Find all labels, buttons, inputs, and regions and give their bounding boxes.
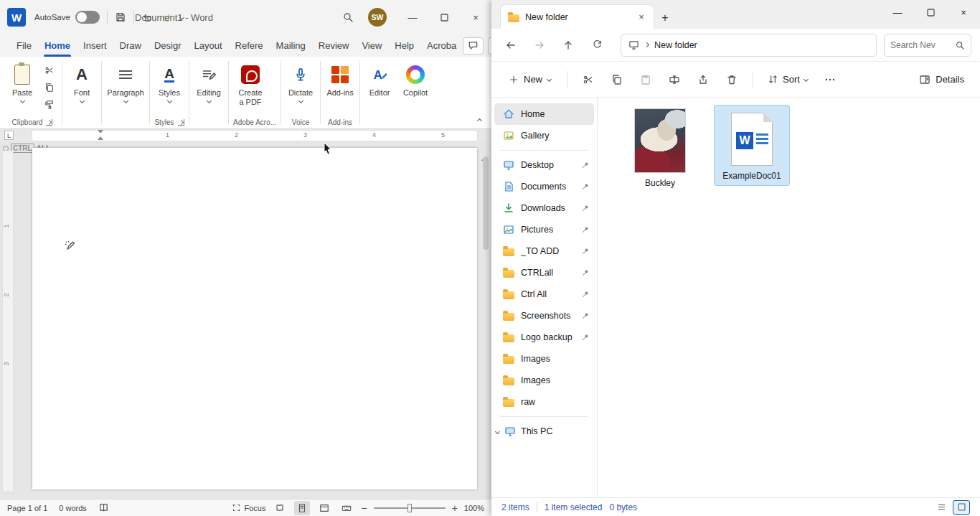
explorer-tab[interactable]: New folder × <box>500 4 654 29</box>
minimize-button[interactable]: — <box>397 0 428 34</box>
document-area[interactable]: CTRL ALL 1 2 3 <box>0 142 491 499</box>
dictate-button[interactable]: Dictate <box>283 60 319 103</box>
new-tab-button[interactable]: + <box>654 7 676 29</box>
close-button[interactable]: × <box>460 0 491 34</box>
word-scrollbar[interactable] <box>481 145 490 496</box>
word-count[interactable]: 0 words <box>59 504 87 512</box>
format-painter-button[interactable] <box>42 98 57 112</box>
sidebar-item-this-pc[interactable]: This PC <box>494 421 594 442</box>
quick-access-chevron-icon[interactable] <box>179 14 184 19</box>
search-input[interactable] <box>890 40 952 50</box>
zoom-in-button[interactable]: + <box>452 502 458 514</box>
page-indicator[interactable]: Page 1 of 1 <box>7 504 47 512</box>
tab-references[interactable]: Refere <box>229 34 270 57</box>
zoom-level[interactable]: 100% <box>464 504 484 512</box>
comments-button[interactable] <box>463 37 484 55</box>
proofing-icon[interactable] <box>98 502 109 513</box>
sidebar-item-folder[interactable]: Images <box>494 370 594 391</box>
account-avatar[interactable]: SW <box>368 8 387 27</box>
maximize-button[interactable] <box>914 0 947 24</box>
read-mode-button[interactable] <box>272 501 288 515</box>
search-box[interactable] <box>884 34 971 57</box>
indent-marker[interactable] <box>98 130 103 140</box>
web-layout-button[interactable] <box>316 501 332 515</box>
tab-design[interactable]: Desigr <box>148 34 188 57</box>
font-button[interactable]: A Font <box>64 60 100 103</box>
redo-button[interactable] <box>157 7 177 27</box>
paste-button[interactable] <box>633 68 658 91</box>
dialog-launcher-icon[interactable] <box>178 119 184 126</box>
address-bar[interactable]: New folder <box>621 34 877 57</box>
delete-button[interactable] <box>720 68 744 91</box>
search-button[interactable] <box>338 7 358 27</box>
focus-button[interactable]: Focus <box>232 503 266 512</box>
tab-selector[interactable]: L <box>4 131 14 140</box>
editor-button[interactable]: A Editor <box>362 60 397 98</box>
close-button[interactable]: × <box>947 0 980 24</box>
tab-file[interactable]: File <box>10 34 38 57</box>
zoom-slider[interactable] <box>374 507 446 509</box>
undo-button[interactable] <box>137 7 157 27</box>
paste-button[interactable]: Paste <box>4 60 40 103</box>
tab-help[interactable]: Help <box>388 34 420 57</box>
large-icons-view-button[interactable] <box>953 500 970 515</box>
sidebar-item-folder[interactable]: _TO ADD <box>494 240 594 262</box>
autosave-toggle[interactable] <box>75 11 100 24</box>
tab-acrobat[interactable]: Acroba <box>420 34 463 57</box>
paragraph-button[interactable]: Paragraph <box>103 60 148 103</box>
sidebar-item-home[interactable]: Home <box>494 103 594 125</box>
tab-insert[interactable]: Insert <box>77 34 113 57</box>
sidebar-item-downloads[interactable]: Downloads <box>494 197 594 219</box>
cut-button[interactable] <box>42 63 57 78</box>
cut-button[interactable] <box>576 68 600 91</box>
tab-layout[interactable]: Layout <box>188 34 229 57</box>
expand-chevron-icon[interactable] <box>495 428 500 433</box>
document-page[interactable] <box>32 148 477 489</box>
sidebar-item-folder[interactable]: Screenshots <box>494 305 594 327</box>
sidebar-item-gallery[interactable]: Gallery <box>494 125 594 146</box>
addins-button[interactable]: Add-ins <box>322 60 358 98</box>
vertical-ruler[interactable]: 1 2 3 <box>3 151 13 492</box>
details-pane-button[interactable]: Details <box>913 70 970 90</box>
sidebar-item-folder[interactable]: raw <box>494 391 594 413</box>
zoom-out-button[interactable]: − <box>361 502 367 514</box>
sidebar-item-folder[interactable]: Images <box>494 348 594 370</box>
file-item-exampledoc01[interactable]: W ExampleDoc01 <box>714 105 790 186</box>
minimize-button[interactable]: — <box>881 0 914 24</box>
print-layout-button[interactable] <box>294 501 310 515</box>
zoom-slider-thumb[interactable] <box>407 504 412 512</box>
styles-button[interactable]: A Styles <box>151 60 187 103</box>
file-item-buckley[interactable]: Buckley <box>622 105 698 193</box>
tab-close-icon[interactable]: × <box>635 11 648 24</box>
file-list[interactable]: Buckley W ExampleDoc01 <box>598 98 980 497</box>
tab-draw[interactable]: Draw <box>113 34 148 57</box>
save-button[interactable] <box>110 7 131 27</box>
new-button[interactable]: New <box>501 70 558 89</box>
more-options-button[interactable] <box>818 68 842 91</box>
rename-button[interactable] <box>662 68 687 91</box>
up-button[interactable] <box>557 34 579 56</box>
horizontal-ruler[interactable]: L 1 2 3 4 5 <box>0 129 491 142</box>
scrollbar-thumb[interactable] <box>483 156 489 250</box>
refresh-button[interactable] <box>586 34 608 56</box>
tab-view[interactable]: View <box>355 34 388 57</box>
tab-mailings[interactable]: Mailing <box>270 34 312 57</box>
share-button[interactable] <box>691 68 715 91</box>
forward-button[interactable] <box>529 34 550 56</box>
sidebar-item-pictures[interactable]: Pictures <box>494 219 594 240</box>
sidebar-item-folder[interactable]: Ctrl All <box>494 283 594 305</box>
sidebar-item-folder[interactable]: CTRLall <box>494 262 594 283</box>
maximize-button[interactable] <box>428 0 460 34</box>
copy-button[interactable] <box>605 68 629 91</box>
sidebar-item-documents[interactable]: Documents <box>494 176 594 197</box>
back-button[interactable] <box>500 34 522 56</box>
details-view-button[interactable] <box>933 500 950 515</box>
copy-button[interactable] <box>42 80 57 95</box>
dialog-launcher-icon[interactable] <box>46 119 52 126</box>
sidebar-item-folder[interactable]: Logo backup <box>494 327 594 348</box>
tab-review[interactable]: Review <box>312 34 356 57</box>
breadcrumb[interactable]: New folder <box>654 40 697 50</box>
editing-button[interactable]: Editing <box>191 60 227 103</box>
copilot-button[interactable]: Copilot <box>397 60 433 98</box>
tab-home[interactable]: Home <box>38 34 77 57</box>
